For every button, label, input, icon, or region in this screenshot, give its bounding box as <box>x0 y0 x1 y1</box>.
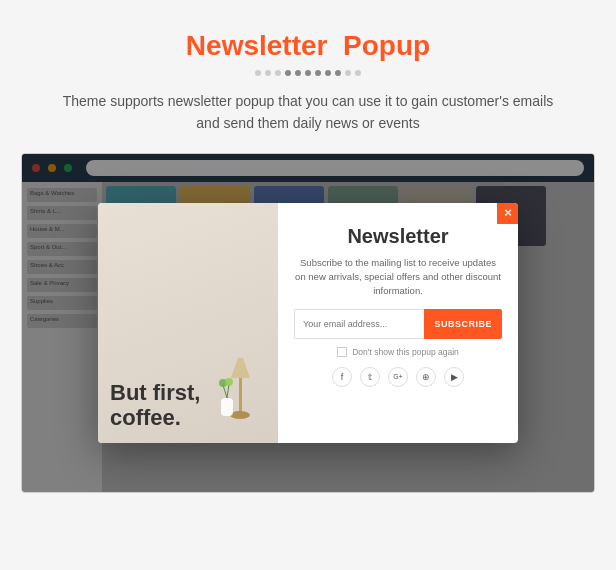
dont-show-label: Don't show this popup again <box>352 347 459 357</box>
dot-3 <box>275 70 281 76</box>
subtitle: Theme supports newsletter popup that you… <box>58 90 558 135</box>
dot-9 <box>335 70 341 76</box>
svg-marker-0 <box>231 358 250 378</box>
page-title: Newsletter Popup <box>186 30 430 62</box>
popup-coffee-text: But first, coffee. <box>110 380 266 431</box>
dot-8 <box>325 70 331 76</box>
dot-4 <box>285 70 291 76</box>
popup-description: Subscribe to the mailing list to receive… <box>294 256 502 299</box>
dots-row <box>255 70 361 76</box>
popup-newsletter-title: Newsletter <box>347 225 448 248</box>
popup-right-panel: × Newsletter Subscribe to the mailing li… <box>278 203 518 443</box>
youtube-icon[interactable]: ▶ <box>444 367 464 387</box>
browser-frame: Bags & Watches Shirts & L... House & M..… <box>21 153 595 493</box>
pinterest-icon[interactable]: ⊕ <box>416 367 436 387</box>
dot-2 <box>265 70 271 76</box>
facebook-icon[interactable]: f <box>332 367 352 387</box>
googleplus-icon[interactable]: G+ <box>388 367 408 387</box>
subscribe-button[interactable]: SUBSCRIBE <box>424 309 502 339</box>
dot-6 <box>305 70 311 76</box>
popup-close-button[interactable]: × <box>497 203 518 224</box>
title-orange: Popup <box>343 30 430 61</box>
dont-show-row: Don't show this popup again <box>337 347 459 357</box>
popup-left-panel: But first, coffee. <box>98 203 278 443</box>
dot-7 <box>315 70 321 76</box>
title-black: Newsletter <box>186 30 328 61</box>
twitter-icon[interactable]: 𝕥 <box>360 367 380 387</box>
dot-10 <box>345 70 351 76</box>
newsletter-popup: But first, coffee. × Newslet <box>98 203 518 443</box>
dot-5 <box>295 70 301 76</box>
dont-show-checkbox[interactable] <box>337 347 347 357</box>
email-input[interactable] <box>294 309 424 339</box>
email-subscription-row: SUBSCRIBE <box>294 309 502 339</box>
social-icons-row: f 𝕥 G+ ⊕ ▶ <box>332 367 464 387</box>
dot-11 <box>355 70 361 76</box>
dot-1 <box>255 70 261 76</box>
